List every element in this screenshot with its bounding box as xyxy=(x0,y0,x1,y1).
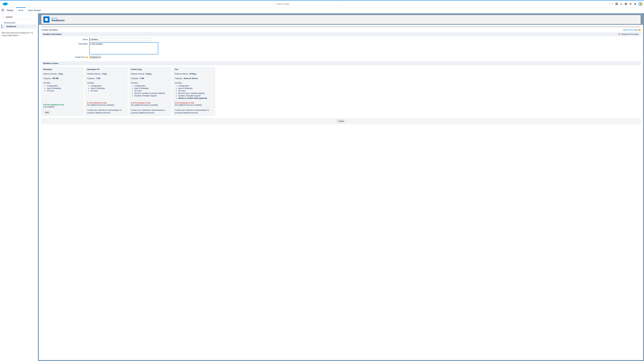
cancel-button[interactable]: Cancel xyxy=(336,119,346,123)
license-capacity: Capacity: 1 GB xyxy=(85,76,127,81)
license-action: Contact your Salesforce representative t… xyxy=(173,107,215,116)
favorites-menu[interactable]: ★▾ xyxy=(608,2,613,6)
header-utility: ★▾ 🐱 xyxy=(608,2,642,6)
license-include-item: Records (sample of selected objects) xyxy=(134,92,169,95)
license-include-item: All Users xyxy=(134,90,169,92)
content-heading: Create Sandbox xyxy=(41,29,623,31)
context-nav: Setup Home Object Manager⌄ xyxy=(0,8,644,13)
license-include-item: Sandbox Template Support xyxy=(178,95,213,97)
setup-sidebar: ⌄ Environments Sandboxes Didn't find wha… xyxy=(0,13,38,361)
license-refresh: Refresh Interval: 1 Day xyxy=(85,72,127,76)
add-icon[interactable] xyxy=(615,3,618,5)
app-launcher-icon[interactable] xyxy=(2,9,5,12)
license-include-item: All Users xyxy=(90,90,126,92)
gear-icon[interactable] xyxy=(629,3,632,5)
license-contact-text: Contact your Salesforce representative t… xyxy=(175,109,209,114)
license-grid: DeveloperRefresh Interval: 1 DayCapacity… xyxy=(41,65,640,118)
license-card: FullRefresh Interval: 29 DaysCapacity: S… xyxy=(173,67,215,116)
global-header: ★▾ 🐱 xyxy=(0,1,644,8)
search-icon xyxy=(3,16,5,18)
license-include-item: Apex & Metadata xyxy=(47,87,82,90)
license-usage: 0 of 10 Licenses In Use(10 Available) xyxy=(42,103,84,109)
trailhead-icon[interactable] xyxy=(620,3,623,5)
notification-bell-icon[interactable] xyxy=(634,3,636,5)
license-include-item: Sandbox Template Support xyxy=(134,95,169,97)
page-eyebrow: SETUP xyxy=(52,17,64,19)
license-capacity: Capacity: 200 MB xyxy=(42,76,84,81)
license-card: Developer ProRefresh Interval: 1 DayCapa… xyxy=(85,67,128,116)
license-include-item: All Users xyxy=(47,90,82,92)
help-link[interactable]: Help for this Page ? xyxy=(623,29,640,31)
name-input[interactable] xyxy=(90,38,150,41)
license-includes: Includes:ConfigurationApex & MetadataAll… xyxy=(129,81,171,101)
page-header: SETUP Sandboxes xyxy=(39,14,643,25)
license-title: Full xyxy=(173,67,215,72)
license-include-item: Configuration xyxy=(47,85,82,87)
create-from-select[interactable]: Production xyxy=(89,56,101,59)
help-icon: ? xyxy=(638,29,640,31)
quick-find-input[interactable] xyxy=(6,16,35,18)
app-name: Setup xyxy=(7,9,13,12)
license-include-item: All Users xyxy=(178,90,213,92)
license-action: Contact your Salesforce representative t… xyxy=(85,107,127,116)
license-usage: 0 of 0 Licenses In Use(No additional lic… xyxy=(129,101,171,107)
license-card: DeveloperRefresh Interval: 1 DayCapacity… xyxy=(41,67,84,116)
global-search-input[interactable] xyxy=(277,3,342,5)
user-avatar[interactable]: 🐱 xyxy=(638,2,642,6)
label-description: Description xyxy=(41,42,89,45)
page-title: Sandboxes xyxy=(52,19,64,22)
license-refresh: Refresh Interval: 5 Days xyxy=(129,72,171,76)
description-input[interactable] xyxy=(89,42,158,54)
main-content: SETUP Sandboxes Create Sandbox Help for … xyxy=(38,13,644,361)
section-sandbox-info: Sandbox Information = Required Informati… xyxy=(41,32,640,36)
license-includes: Includes:ConfigurationApex & MetadataAll… xyxy=(173,81,215,101)
license-contact-text: Contact your Salesforce representative t… xyxy=(87,109,121,114)
gear-sun-icon xyxy=(43,17,50,23)
license-includes: Includes:ConfigurationApex & MetadataAll… xyxy=(42,81,84,103)
license-include-item: Apex & Metadata xyxy=(178,87,213,90)
global-search[interactable] xyxy=(272,2,344,6)
star-icon: ★ xyxy=(608,3,611,5)
next-button[interactable]: Next xyxy=(43,111,50,114)
help-icon[interactable] xyxy=(624,3,627,5)
sidebar-item-sandboxes[interactable]: Sandboxes xyxy=(2,25,36,29)
license-title: Partial Copy xyxy=(129,67,171,72)
quick-find[interactable] xyxy=(2,15,36,19)
label-create-from: Create Fromi xyxy=(41,56,89,58)
search-icon xyxy=(274,3,276,5)
chevron-down-icon: ⌄ xyxy=(2,22,3,24)
chevron-down-icon: ▾ xyxy=(611,3,613,5)
license-contact-text: Contact your Salesforce representative t… xyxy=(131,109,165,114)
required-mark xyxy=(89,38,90,41)
sidebar-hint: Didn't find what you're looking for? Try… xyxy=(2,32,36,37)
license-include-item: Configuration xyxy=(134,85,169,87)
license-title: Developer xyxy=(42,67,84,72)
license-include-item: History & Chatter Data (optional) xyxy=(178,97,213,100)
license-include-item: Apex & Metadata xyxy=(134,87,169,90)
license-action: Contact your Salesforce representative t… xyxy=(129,107,171,116)
license-capacity: Capacity: Same as Source xyxy=(173,76,215,81)
license-card: Partial CopyRefresh Interval: 5 DaysCapa… xyxy=(129,67,171,116)
sidebar-item-environments[interactable]: ⌄ Environments xyxy=(2,21,36,25)
license-usage: 0 of 0 Licenses In Use(No additional lic… xyxy=(173,101,215,107)
license-action: Next xyxy=(42,109,84,116)
info-icon[interactable]: i xyxy=(86,56,88,58)
license-include-item: Apex & Metadata xyxy=(90,87,126,90)
required-mark xyxy=(619,33,619,35)
tab-home[interactable]: Home xyxy=(16,8,26,13)
license-include-item: Records (all or selected objects) xyxy=(178,92,213,95)
license-refresh: Refresh Interval: 29 Days xyxy=(173,72,215,76)
tab-object-manager[interactable]: Object Manager⌄ xyxy=(26,8,46,13)
license-refresh: Refresh Interval: 1 Day xyxy=(42,72,84,76)
license-include-item: Configuration xyxy=(178,85,213,87)
license-capacity: Capacity: 5 GB xyxy=(129,76,171,81)
license-title: Developer Pro xyxy=(85,67,127,72)
section-sandbox-license: Sandbox License xyxy=(41,62,640,65)
salesforce-logo[interactable] xyxy=(2,2,8,6)
license-includes: Includes:ConfigurationApex & MetadataAll… xyxy=(85,81,127,101)
chevron-down-icon: ⌄ xyxy=(42,10,43,11)
license-include-item: Configuration xyxy=(90,85,126,87)
label-name: Name xyxy=(41,38,89,41)
license-usage: 0 of 0 Licenses In Use(No additional lic… xyxy=(85,101,127,107)
